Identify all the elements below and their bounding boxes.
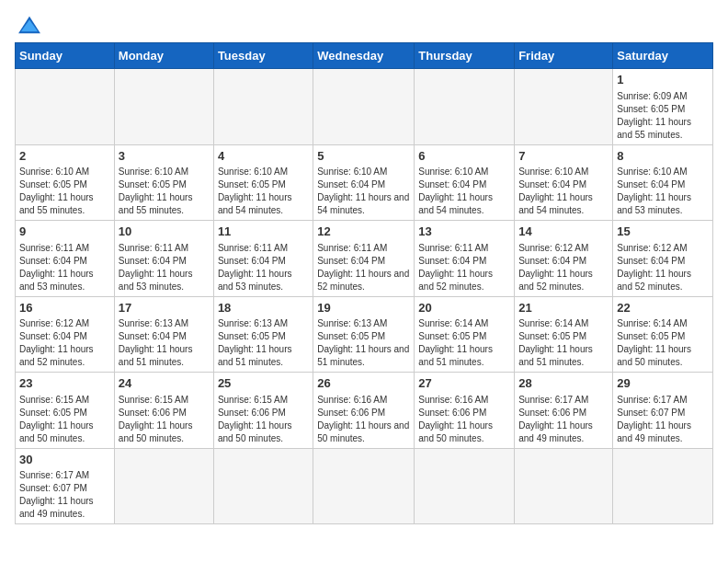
day-info: Sunrise: 6:11 AMSunset: 6:04 PMDaylight:…: [418, 242, 510, 293]
day-info: Sunrise: 6:16 AMSunset: 6:06 PMDaylight:…: [418, 394, 510, 445]
day-number: 26: [317, 375, 410, 392]
day-info: Sunrise: 6:13 AMSunset: 6:05 PMDaylight:…: [317, 317, 410, 369]
day-info: Sunrise: 6:11 AMSunset: 6:04 PMDaylight:…: [119, 242, 210, 293]
logo: [15, 15, 42, 31]
day-number: 11: [218, 224, 309, 240]
day-info: Sunrise: 6:11 AMSunset: 6:04 PMDaylight:…: [19, 242, 110, 293]
calendar-cell: 21Sunrise: 6:14 AMSunset: 6:05 PMDayligh…: [515, 296, 613, 373]
day-number: 19: [317, 300, 410, 316]
calendar-cell: 30Sunrise: 6:17 AMSunset: 6:07 PMDayligh…: [16, 448, 115, 524]
col-header-monday: Monday: [114, 43, 213, 69]
calendar-cell: 1Sunrise: 6:09 AMSunset: 6:05 PMDaylight…: [613, 69, 713, 145]
day-number: 22: [617, 300, 709, 316]
calendar-cell: 17Sunrise: 6:13 AMSunset: 6:04 PMDayligh…: [114, 296, 213, 373]
day-info: Sunrise: 6:11 AMSunset: 6:04 PMDaylight:…: [218, 242, 309, 293]
day-info: Sunrise: 6:12 AMSunset: 6:04 PMDaylight:…: [617, 242, 709, 293]
day-info: Sunrise: 6:13 AMSunset: 6:04 PMDaylight:…: [119, 317, 210, 369]
calendar-cell: 12Sunrise: 6:11 AMSunset: 6:04 PMDayligh…: [313, 221, 415, 297]
day-info: Sunrise: 6:10 AMSunset: 6:04 PMDaylight:…: [617, 166, 709, 217]
calendar-week-3: 9Sunrise: 6:11 AMSunset: 6:04 PMDaylight…: [16, 221, 713, 297]
calendar-cell: 22Sunrise: 6:14 AMSunset: 6:05 PMDayligh…: [613, 296, 713, 373]
calendar-cell: [415, 448, 515, 524]
calendar-cell: 4Sunrise: 6:10 AMSunset: 6:05 PMDaylight…: [213, 144, 313, 221]
calendar-cell: [114, 69, 213, 145]
calendar-cell: 16Sunrise: 6:12 AMSunset: 6:04 PMDayligh…: [16, 296, 115, 373]
day-info: Sunrise: 6:14 AMSunset: 6:05 PMDaylight:…: [418, 317, 510, 369]
day-number: 10: [119, 224, 210, 240]
calendar-cell: 10Sunrise: 6:11 AMSunset: 6:04 PMDayligh…: [114, 221, 213, 297]
day-number: 29: [617, 375, 709, 392]
col-header-tuesday: Tuesday: [213, 43, 313, 69]
calendar-cell: 8Sunrise: 6:10 AMSunset: 6:04 PMDaylight…: [613, 144, 713, 221]
day-info: Sunrise: 6:17 AMSunset: 6:07 PMDaylight:…: [617, 394, 709, 445]
col-header-wednesday: Wednesday: [313, 43, 415, 69]
calendar-cell: 9Sunrise: 6:11 AMSunset: 6:04 PMDaylight…: [16, 221, 115, 297]
calendar-cell: 18Sunrise: 6:13 AMSunset: 6:05 PMDayligh…: [213, 296, 313, 373]
day-info: Sunrise: 6:10 AMSunset: 6:05 PMDaylight:…: [119, 166, 210, 217]
day-number: 2: [19, 148, 110, 165]
col-header-saturday: Saturday: [613, 43, 713, 69]
day-number: 23: [19, 375, 110, 392]
day-number: 9: [19, 224, 110, 240]
logo-icon: [17, 15, 42, 35]
calendar-cell: 20Sunrise: 6:14 AMSunset: 6:05 PMDayligh…: [415, 296, 515, 373]
day-number: 7: [518, 148, 609, 165]
calendar-cell: 11Sunrise: 6:11 AMSunset: 6:04 PMDayligh…: [213, 221, 313, 297]
day-number: 20: [418, 300, 510, 316]
col-header-thursday: Thursday: [415, 43, 515, 69]
day-number: 24: [119, 375, 210, 392]
day-number: 25: [218, 375, 309, 392]
day-info: Sunrise: 6:10 AMSunset: 6:04 PMDaylight:…: [418, 166, 510, 217]
day-info: Sunrise: 6:10 AMSunset: 6:04 PMDaylight:…: [518, 166, 609, 217]
day-number: 8: [617, 148, 709, 165]
day-info: Sunrise: 6:15 AMSunset: 6:05 PMDaylight:…: [19, 394, 110, 445]
day-number: 3: [119, 148, 210, 165]
calendar-cell: 7Sunrise: 6:10 AMSunset: 6:04 PMDaylight…: [515, 144, 613, 221]
day-info: Sunrise: 6:09 AMSunset: 6:05 PMDaylight:…: [617, 90, 709, 142]
page-header: [15, 15, 713, 31]
day-number: 30: [19, 452, 110, 468]
day-number: 6: [418, 148, 510, 165]
day-number: 17: [119, 300, 210, 316]
calendar-cell: [515, 448, 613, 524]
day-number: 13: [418, 224, 510, 240]
calendar-cell: [313, 69, 415, 145]
calendar-week-5: 23Sunrise: 6:15 AMSunset: 6:05 PMDayligh…: [16, 373, 713, 449]
calendar-cell: 2Sunrise: 6:10 AMSunset: 6:05 PMDaylight…: [16, 144, 115, 221]
calendar-cell: [515, 69, 613, 145]
calendar-cell: [313, 448, 415, 524]
day-info: Sunrise: 6:13 AMSunset: 6:05 PMDaylight:…: [218, 317, 309, 369]
day-number: 16: [19, 300, 110, 316]
day-number: 1: [617, 72, 709, 88]
col-header-friday: Friday: [515, 43, 613, 69]
calendar-cell: 15Sunrise: 6:12 AMSunset: 6:04 PMDayligh…: [613, 221, 713, 297]
calendar-cell: 3Sunrise: 6:10 AMSunset: 6:05 PMDaylight…: [114, 144, 213, 221]
day-number: 15: [617, 224, 709, 240]
calendar-cell: 24Sunrise: 6:15 AMSunset: 6:06 PMDayligh…: [114, 373, 213, 449]
day-info: Sunrise: 6:14 AMSunset: 6:05 PMDaylight:…: [518, 317, 609, 369]
day-number: 12: [317, 224, 410, 240]
calendar-cell: 5Sunrise: 6:10 AMSunset: 6:04 PMDaylight…: [313, 144, 415, 221]
calendar-cell: 26Sunrise: 6:16 AMSunset: 6:06 PMDayligh…: [313, 373, 415, 449]
day-info: Sunrise: 6:15 AMSunset: 6:06 PMDaylight:…: [119, 394, 210, 445]
day-info: Sunrise: 6:17 AMSunset: 6:07 PMDaylight:…: [19, 469, 110, 521]
calendar-cell: 14Sunrise: 6:12 AMSunset: 6:04 PMDayligh…: [515, 221, 613, 297]
day-number: 4: [218, 148, 309, 165]
day-number: 18: [218, 300, 309, 316]
calendar-week-1: 1Sunrise: 6:09 AMSunset: 6:05 PMDaylight…: [16, 69, 713, 145]
calendar-week-2: 2Sunrise: 6:10 AMSunset: 6:05 PMDaylight…: [16, 144, 713, 221]
calendar-week-4: 16Sunrise: 6:12 AMSunset: 6:04 PMDayligh…: [16, 296, 713, 373]
calendar-cell: [16, 69, 115, 145]
calendar-cell: [114, 448, 213, 524]
day-info: Sunrise: 6:12 AMSunset: 6:04 PMDaylight:…: [19, 317, 110, 369]
day-info: Sunrise: 6:12 AMSunset: 6:04 PMDaylight:…: [518, 242, 609, 293]
calendar-cell: [213, 448, 313, 524]
calendar-table: SundayMondayTuesdayWednesdayThursdayFrid…: [15, 42, 713, 524]
day-info: Sunrise: 6:15 AMSunset: 6:06 PMDaylight:…: [218, 394, 309, 445]
calendar-cell: [213, 69, 313, 145]
day-number: 14: [518, 224, 609, 240]
day-number: 28: [518, 375, 609, 392]
calendar-header-row: SundayMondayTuesdayWednesdayThursdayFrid…: [16, 43, 713, 69]
day-info: Sunrise: 6:10 AMSunset: 6:05 PMDaylight:…: [19, 166, 110, 217]
day-info: Sunrise: 6:14 AMSunset: 6:05 PMDaylight:…: [617, 317, 709, 369]
